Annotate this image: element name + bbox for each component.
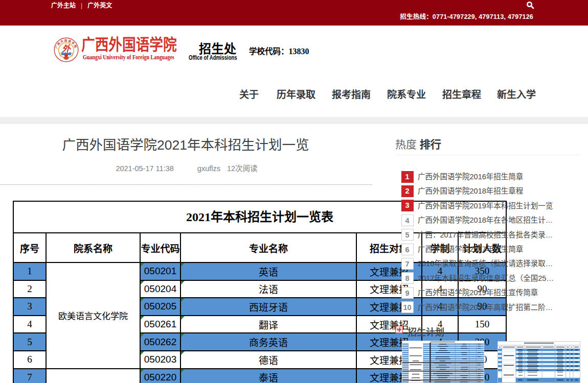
svg-text:外: 外 (61, 44, 71, 53)
